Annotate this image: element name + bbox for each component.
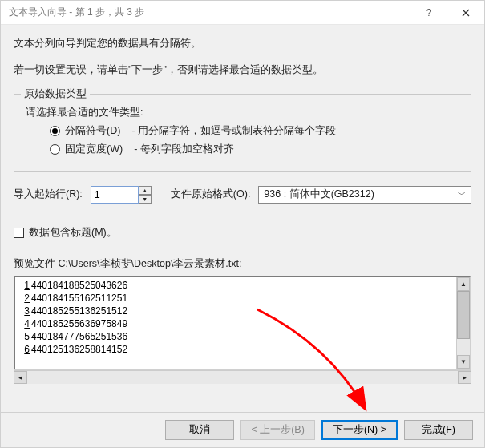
preview-label: 预览文件 C:\Users\李桢斐\Desktop\李云景素材.txt: — [14, 257, 471, 271]
radio-delimited-desc: - 用分隔字符，如逗号或制表符分隔每个字段 — [131, 124, 336, 138]
next-button[interactable]: 下一步(N) > — [321, 420, 398, 440]
start-row-line: 导入起始行(R): ▲ ▼ 文件原始格式(O): 936 : 简体中文(GB23… — [14, 186, 471, 204]
headers-label: 数据包含标题(M)。 — [29, 226, 117, 240]
preview-row: 4440185255636975849 — [15, 317, 456, 330]
preview-row: 1440184188525043626 — [15, 279, 456, 292]
preview-box: 1440184188525043626 2440184155162511251 … — [14, 276, 471, 370]
scroll-thumb[interactable] — [457, 291, 470, 339]
scroll-right-icon[interactable]: ► — [458, 371, 471, 384]
original-data-type-group: 原始数据类型 请选择最合适的文件类型: 分隔符号(D) - 用分隔字符，如逗号或… — [14, 94, 471, 172]
headers-checkbox[interactable] — [14, 228, 24, 238]
spinner-down-icon[interactable]: ▼ — [139, 195, 152, 204]
scroll-up-icon[interactable]: ▲ — [457, 277, 470, 291]
text-import-wizard-dialog: 文本导入向导 - 第 1 步，共 3 步 ? 文本分列向导判定您的数据具有分隔符… — [0, 0, 485, 448]
intro-line-2: 若一切设置无误，请单击"下一步"，否则请选择最合适的数据类型。 — [14, 63, 471, 78]
group-subtitle: 请选择最合适的文件类型: — [26, 106, 459, 119]
back-button[interactable]: < 上一步(B) — [240, 420, 314, 440]
file-origin-value: 936 : 简体中文(GB2312) — [264, 188, 374, 201]
headers-checkbox-row[interactable]: 数据包含标题(M)。 — [14, 226, 471, 240]
file-origin-combo[interactable]: 936 : 简体中文(GB2312) ﹀ — [258, 186, 471, 204]
chevron-down-icon: ﹀ — [458, 189, 466, 200]
radio-delimited-row[interactable]: 分隔符号(D) - 用分隔字符，如逗号或制表符分隔每个字段 — [50, 124, 459, 138]
preview-content: 1440184188525043626 2440184155162511251 … — [15, 277, 456, 369]
help-button[interactable]: ? — [410, 1, 447, 25]
radio-fixed-label: 固定宽度(W) — [65, 143, 123, 156]
preview-row: 6440125136258814152 — [15, 343, 456, 356]
scroll-left-icon[interactable]: ◄ — [14, 371, 27, 384]
preview-horizontal-scrollbar[interactable]: ◄ ► — [14, 370, 471, 384]
preview-row: 5440184777565251536 — [15, 330, 456, 343]
group-title: 原始数据类型 — [21, 87, 90, 101]
dialog-title: 文本导入向导 - 第 1 步，共 3 步 — [9, 6, 410, 19]
dialog-body: 文本分列向导判定您的数据具有分隔符。 若一切设置无误，请单击"下一步"，否则请选… — [1, 25, 484, 412]
radio-fixed-desc: - 每列字段加空格对齐 — [134, 143, 234, 156]
radio-fixed-width[interactable] — [50, 144, 60, 155]
preview-row: 2440184155162511251 — [15, 292, 456, 305]
file-origin-label: 文件原始格式(O): — [171, 188, 251, 201]
start-row-label: 导入起始行(R): — [14, 188, 83, 201]
titlebar: 文本导入向导 - 第 1 步，共 3 步 ? — [1, 1, 484, 25]
spinner-up-icon[interactable]: ▲ — [139, 186, 152, 195]
dialog-footer: 取消 < 上一步(B) 下一步(N) > 完成(F) — [1, 412, 484, 447]
scroll-down-icon[interactable]: ▼ — [457, 355, 470, 369]
start-row-input[interactable] — [91, 186, 139, 204]
intro-line-1: 文本分列向导判定您的数据具有分隔符。 — [14, 36, 471, 51]
preview-row: 3440185255136251512 — [15, 305, 456, 317]
preview-vertical-scrollbar[interactable]: ▲ ▼ — [456, 277, 470, 369]
radio-fixed-row[interactable]: 固定宽度(W) - 每列字段加空格对齐 — [50, 143, 459, 156]
cancel-button[interactable]: 取消 — [165, 420, 234, 440]
finish-button[interactable]: 完成(F) — [404, 420, 473, 440]
start-row-spinner[interactable]: ▲ ▼ — [91, 186, 152, 204]
close-button[interactable] — [447, 1, 484, 25]
radio-delimited-label: 分隔符号(D) — [65, 124, 120, 138]
radio-delimited[interactable] — [50, 126, 60, 136]
